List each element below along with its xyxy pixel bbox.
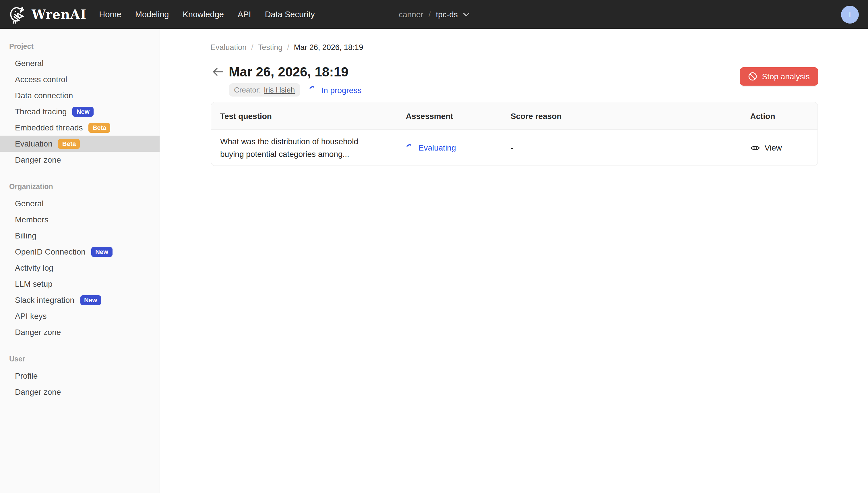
sidebar-item-label: Danger zone: [15, 327, 61, 337]
main-content: Evaluation / Testing / Mar 26, 2026, 18:…: [160, 29, 868, 493]
sidebar-item-openid-connection[interactable]: OpenID Connection New: [0, 244, 160, 260]
sidebar-item-evaluation[interactable]: Evaluation Beta: [0, 135, 160, 152]
sidebar-section-project: Project General Access control Data conn…: [0, 42, 160, 168]
assessment-cell: Evaluating: [397, 130, 501, 166]
breadcrumb-item-testing[interactable]: Testing: [258, 43, 283, 52]
stop-analysis-button[interactable]: Stop analysis: [740, 67, 818, 86]
sidebar-item-danger-zone[interactable]: Danger zone: [0, 152, 160, 168]
sidebar-item-label: General: [15, 59, 44, 68]
top-navbar: WrenAI Home Modeling Knowledge API Data …: [0, 0, 868, 29]
nav-item-data-security[interactable]: Data Security: [258, 0, 322, 29]
sidebar-item-label: Slack integration: [15, 295, 74, 304]
sidebar-item-org-danger-zone[interactable]: Danger zone: [0, 324, 160, 340]
beta-badge: Beta: [58, 139, 80, 149]
beta-badge: Beta: [89, 123, 111, 132]
column-header-test-question: Test question: [211, 102, 397, 129]
column-header-action: Action: [741, 102, 817, 129]
sidebar-item-profile[interactable]: Profile: [0, 368, 160, 384]
sidebar-item-activity-log[interactable]: Activity log: [0, 260, 160, 276]
sidebar-item-label: Embedded threads: [15, 123, 83, 132]
sidebar-item-org-general[interactable]: General: [0, 195, 160, 211]
sidebar-item-embedded-threads[interactable]: Embedded threads Beta: [0, 120, 160, 135]
sidebar-item-label: General: [15, 199, 44, 208]
arrow-left-icon: [212, 67, 223, 77]
new-badge: New: [73, 107, 94, 116]
assessment-status: Evaluating: [406, 143, 456, 152]
workspace-project: tpc-ds: [436, 10, 458, 19]
sidebar-section-organization: Organization General Members Billing Ope…: [0, 182, 160, 340]
breadcrumb-item-evaluation[interactable]: Evaluation: [210, 43, 247, 52]
breadcrumb-item-current: Mar 26, 2026, 18:19: [294, 43, 363, 52]
nav-item-api[interactable]: API: [231, 0, 258, 29]
sidebar-item-label: Danger zone: [15, 155, 61, 164]
sidebar-item-label: Members: [15, 215, 48, 224]
sidebar-item-members[interactable]: Members: [0, 211, 160, 228]
sidebar-item-label: Thread tracing: [15, 107, 67, 116]
wren-logo-icon: [8, 5, 26, 23]
table-header-row: Test question Assessment Score reason Ac…: [211, 102, 817, 130]
sidebar-item-data-connection[interactable]: Data connection: [0, 87, 160, 103]
nav-item-modeling[interactable]: Modeling: [128, 0, 176, 29]
sidebar-item-general[interactable]: General: [0, 55, 160, 71]
loading-spinner-icon: [308, 85, 317, 95]
section-label-project: Project: [0, 42, 160, 51]
test-question-cell: What was the distribution of household b…: [211, 130, 397, 166]
sidebar-item-label: Danger zone: [15, 387, 61, 396]
brand[interactable]: WrenAI: [8, 5, 86, 23]
page-meta: Creator: Iris Hsieh In progress: [229, 83, 361, 97]
column-header-assessment: Assessment: [397, 102, 501, 129]
breadcrumb-separator: /: [287, 43, 289, 52]
view-button[interactable]: View: [750, 143, 782, 153]
nav-item-home[interactable]: Home: [92, 0, 128, 29]
test-question-text: What was the distribution of household b…: [220, 135, 380, 160]
workspace-separator: /: [429, 10, 431, 19]
sidebar-item-api-keys[interactable]: API keys: [0, 308, 160, 324]
creator-name-link[interactable]: Iris Hsieh: [264, 86, 295, 94]
loading-spinner-icon: [405, 143, 414, 153]
sidebar-item-access-control[interactable]: Access control: [0, 71, 160, 87]
eye-icon: [750, 143, 760, 153]
nav-item-knowledge[interactable]: Knowledge: [176, 0, 231, 29]
top-nav: Home Modeling Knowledge API Data Securit…: [92, 0, 321, 29]
sidebar-item-label: OpenID Connection: [15, 247, 86, 256]
new-badge: New: [91, 247, 112, 257]
stop-icon: [748, 72, 757, 81]
stop-analysis-label: Stop analysis: [762, 72, 810, 81]
sidebar-section-user: User Profile Danger zone: [0, 355, 160, 400]
sidebar-item-label: LLM setup: [15, 279, 52, 288]
chevron-down-icon: [463, 12, 469, 16]
sidebar-item-user-danger-zone[interactable]: Danger zone: [0, 384, 160, 400]
column-header-score-reason: Score reason: [501, 102, 741, 129]
back-button[interactable]: [211, 64, 224, 80]
sidebar-item-label: Evaluation: [15, 139, 52, 148]
section-label-organization: Organization: [0, 182, 160, 191]
evaluation-table: Test question Assessment Score reason Ac…: [210, 102, 818, 166]
table-row: What was the distribution of household b…: [211, 130, 817, 166]
sidebar-item-slack-integration[interactable]: Slack integration New: [0, 292, 160, 308]
creator-label: Creator:: [234, 86, 261, 94]
sidebar-item-label: Access control: [15, 75, 67, 84]
workspace-selector[interactable]: canner / tpc-ds: [399, 10, 469, 19]
user-avatar[interactable]: I: [841, 5, 859, 23]
breadcrumb-separator: /: [251, 43, 253, 52]
sidebar-item-label: Activity log: [15, 263, 53, 272]
app-root: WrenAI Home Modeling Knowledge API Data …: [0, 0, 868, 493]
sidebar-item-thread-tracing[interactable]: Thread tracing New: [0, 103, 160, 120]
page-title: Mar 26, 2026, 18:19: [229, 64, 361, 80]
settings-sidebar: Project General Access control Data conn…: [0, 29, 160, 493]
sidebar-item-label: Data connection: [15, 91, 73, 100]
creator-chip: Creator: Iris Hsieh: [229, 83, 300, 97]
sidebar-item-llm-setup[interactable]: LLM setup: [0, 276, 160, 292]
view-label: View: [764, 143, 782, 152]
action-cell: View: [741, 130, 817, 166]
status-in-progress: In progress: [321, 85, 361, 94]
score-reason-cell: -: [501, 130, 741, 166]
sidebar-item-label: Profile: [15, 371, 38, 380]
brand-name: WrenAI: [31, 7, 86, 22]
page-header: Mar 26, 2026, 18:19 Creator: Iris Hsieh …: [210, 64, 818, 97]
sidebar-item-label: Billing: [15, 231, 37, 240]
workspace-org: canner: [399, 10, 424, 19]
new-badge: New: [80, 295, 101, 305]
breadcrumb: Evaluation / Testing / Mar 26, 2026, 18:…: [210, 43, 818, 52]
sidebar-item-billing[interactable]: Billing: [0, 228, 160, 244]
